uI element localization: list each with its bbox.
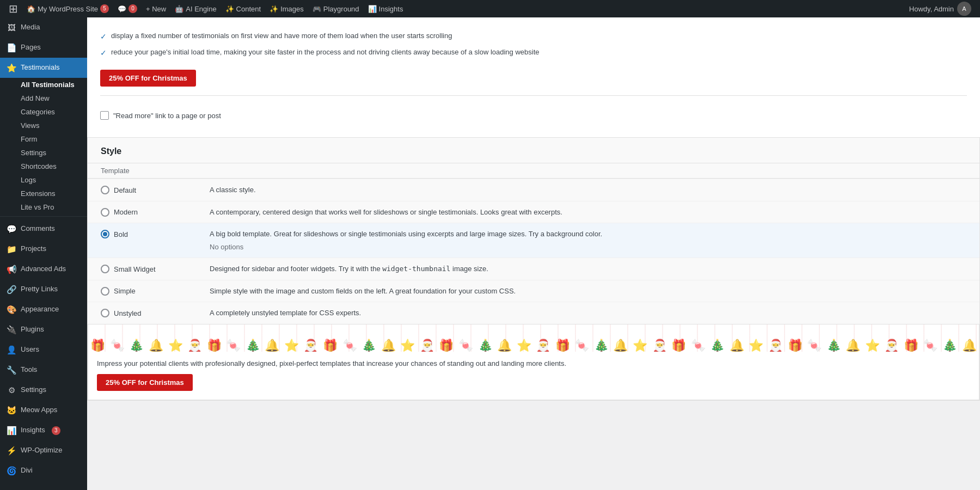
christmas-button-2[interactable]: 25% OFF for Christmas — [97, 374, 193, 391]
sidebar-item-users[interactable]: 👤 Users — [0, 340, 87, 360]
ornament-item: 🎄 — [826, 340, 841, 352]
ornament-item: 🍬 — [458, 340, 473, 352]
sidebar-item-label-advanced-ads: Advanced Ads — [21, 264, 66, 274]
tools-icon: 🔧 — [7, 364, 16, 376]
read-more-checkbox[interactable] — [100, 111, 109, 120]
ornament-item: 🎄 — [129, 340, 144, 352]
advanced-ads-icon: 📢 — [7, 264, 16, 275]
sidebar-item-media[interactable]: 🖼 Media — [0, 17, 87, 38]
ornament-item: 🔔 — [730, 340, 744, 352]
ornament-item: 🔔 — [265, 340, 279, 352]
plugins-icon: 🔌 — [7, 324, 16, 335]
meow-apps-icon: 🐱 — [7, 405, 16, 416]
appearance-icon: 🎨 — [7, 304, 16, 315]
sidebar-item-meow-apps[interactable]: 🐱 Meow Apps — [0, 400, 87, 420]
new-btn[interactable]: + New — [142, 0, 170, 17]
pages-icon: 📄 — [7, 42, 16, 53]
ornament-item: 🔔 — [613, 340, 628, 352]
users-icon: 👤 — [7, 344, 16, 356]
submenu-views[interactable]: Views — [0, 119, 87, 132]
sidebar-item-wp-optimize[interactable]: ⚡ WP-Optimize — [0, 440, 87, 461]
checklist-item-1: ✓ display a fixed number of testimonials… — [100, 28, 967, 45]
ornament-item: ⭐ — [633, 340, 647, 352]
comments-btn[interactable]: 💬 0 — [113, 0, 142, 17]
ornament-item: 🎅 — [187, 340, 202, 352]
radio-default[interactable] — [101, 186, 109, 194]
radio-simple[interactable] — [101, 287, 109, 296]
submenu-form[interactable]: Form — [0, 132, 87, 146]
site-name-btn[interactable]: 🏠 My WordPress Site 5 — [22, 0, 113, 17]
checklist-text-1: display a fixed number of testimonials o… — [111, 30, 452, 41]
sidebar-item-advanced-ads[interactable]: 📢 Advanced Ads — [0, 259, 87, 279]
template-section: Template Default A classic style. — [88, 163, 979, 324]
checklist-item-2: ✓ reduce your page's initial load time, … — [100, 45, 967, 61]
wp-logo-btn[interactable]: ⊞ — [4, 0, 22, 17]
sidebar-item-comments[interactable]: 💬 Comments — [0, 219, 87, 239]
sidebar-item-label-comments: Comments — [21, 224, 55, 234]
sidebar-item-pretty-links[interactable]: 🔗 Pretty Links — [0, 279, 87, 299]
style-section: Style Template Default A cla — [87, 137, 980, 401]
add-new-label: Add New — [21, 94, 50, 102]
sidebar-item-pages[interactable]: 📄 Pages — [0, 38, 87, 58]
pretty-links-icon: 🔗 — [7, 284, 16, 295]
ornament-item: ⭐ — [749, 340, 763, 352]
ornament-item: 🎁 — [555, 340, 570, 352]
template-desc-modern: A contemporary, centered design that wor… — [210, 208, 562, 216]
settings-label: Settings — [21, 149, 46, 157]
images-icon: ✨ — [270, 5, 278, 13]
sidebar-item-divi[interactable]: 🌀 Divi — [0, 461, 87, 481]
radio-unstyled[interactable] — [101, 309, 109, 317]
submenu-shortcodes[interactable]: Shortcodes — [0, 160, 87, 173]
admin-bar: ⊞ 🏠 My WordPress Site 5 💬 0 + New 🤖 AI E… — [0, 0, 980, 17]
ornament-item: 🍬 — [574, 340, 589, 352]
sidebar-item-plugins[interactable]: 🔌 Plugins — [0, 320, 87, 340]
all-testimonials-label: All Testimonials — [21, 81, 75, 89]
sidebar-item-testimonials[interactable]: ⭐ Testimonials — [0, 58, 87, 78]
christmas-banner: 🎁🍬🎄🔔⭐🎅🎁🍬🎄🔔⭐🎅🎁🍬🎄🔔⭐🎅🎁🍬🎄🔔⭐🎅🎁🍬🎄🔔⭐🎅🎁🍬🎄🔔⭐🎅🎁🍬🎄🔔… — [88, 324, 979, 401]
sidebar-item-insights[interactable]: 📊 Insights 3 — [0, 420, 87, 440]
submenu-logs[interactable]: Logs — [0, 173, 87, 187]
christmas-button-1[interactable]: 25% OFF for Christmas — [100, 70, 196, 87]
content-btn[interactable]: ✨ Content — [221, 0, 266, 17]
ornament-item: ⭐ — [284, 340, 299, 352]
images-label: Images — [280, 5, 304, 13]
checklist-text-2: reduce your page's initial load time, ma… — [111, 47, 540, 58]
ornament-item: 🎄 — [942, 340, 957, 352]
sidebar-item-settings[interactable]: ⚙ Settings — [0, 380, 87, 400]
read-more-label: "Read more" link to a page or post — [113, 112, 221, 120]
extensions-label: Extensions — [21, 189, 56, 198]
ornament-item: 🔔 — [149, 340, 163, 352]
radio-small-widget[interactable] — [101, 265, 109, 273]
playground-btn[interactable]: 🎮 Playground — [308, 0, 364, 17]
ornament-item: 🎅 — [303, 340, 318, 352]
submenu-settings[interactable]: Settings — [0, 146, 87, 160]
submenu-add-new[interactable]: Add New — [0, 91, 87, 105]
insights-btn[interactable]: 📊 Insights — [364, 0, 408, 17]
ornament-item: 🍬 — [110, 340, 125, 352]
new-label: + New — [146, 5, 166, 13]
sidebar: 🖼 Media 📄 Pages ⭐ Testimonials All Testi… — [0, 17, 87, 490]
ornament-item: 🍬 — [226, 340, 241, 352]
ornaments-row: 🎁🍬🎄🔔⭐🎅🎁🍬🎄🔔⭐🎅🎁🍬🎄🔔⭐🎅🎁🍬🎄🔔⭐🎅🎁🍬🎄🔔⭐🎅🎁🍬🎄🔔⭐🎅🎁🍬🎄🔔… — [88, 324, 979, 352]
submenu-extensions[interactable]: Extensions — [0, 187, 87, 200]
sidebar-item-tools[interactable]: 🔧 Tools — [0, 360, 87, 380]
submenu-categories[interactable]: Categories — [0, 105, 87, 119]
shortcodes-label: Shortcodes — [21, 162, 57, 170]
radio-modern[interactable] — [101, 208, 109, 217]
submenu-all-testimonials[interactable]: All Testimonials — [0, 78, 87, 91]
ai-engine-btn[interactable]: 🤖 AI Engine — [170, 0, 220, 17]
christmas-content: Impress your potential clients with prof… — [88, 352, 979, 400]
ornament-item: 🔔 — [497, 340, 512, 352]
sidebar-item-label-users: Users — [21, 345, 39, 354]
ornament-item: 🎅 — [884, 340, 899, 352]
sidebar-item-appearance[interactable]: 🎨 Appearance — [0, 299, 87, 320]
ornament-item: 🔔 — [381, 340, 396, 352]
sidebar-item-label-testimonials: Testimonials — [21, 63, 60, 72]
submenu-lite-vs-pro[interactable]: Lite vs Pro — [0, 200, 87, 214]
divi-icon: 🌀 — [7, 465, 16, 476]
howdy-section[interactable]: Howdy, Admin A — [905, 2, 976, 16]
radio-bold[interactable] — [101, 230, 109, 238]
images-btn[interactable]: ✨ Images — [265, 0, 308, 17]
ornament-item: 🎁 — [671, 340, 686, 352]
sidebar-item-projects[interactable]: 📁 Projects — [0, 239, 87, 259]
